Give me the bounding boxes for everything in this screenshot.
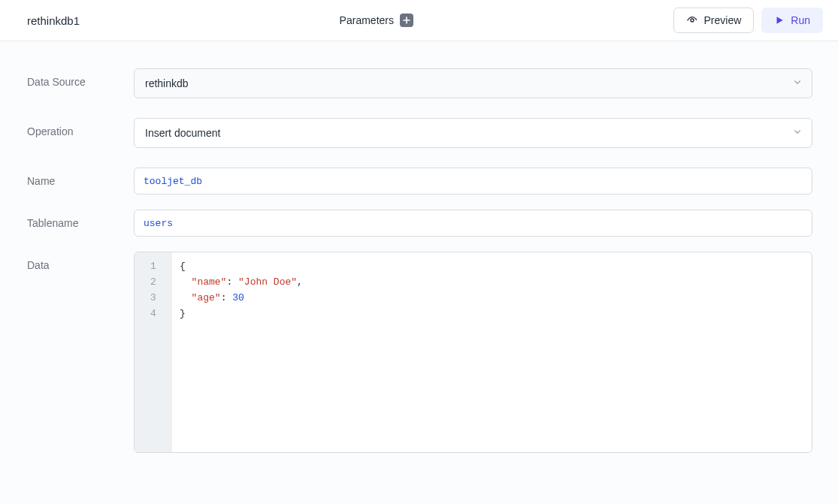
form-area: Data Source rethinkdb Operation Insert d… [0, 41, 838, 490]
data-code-editor[interactable]: 1234 { "name": "John Doe", "age": 30} [134, 252, 812, 453]
query-title[interactable]: rethinkdb1 [27, 14, 80, 27]
code-gutter: 1234 [135, 252, 172, 452]
preview-button[interactable]: Preview [673, 8, 755, 33]
row-operation: Operation Insert document [27, 118, 812, 148]
line-number: 3 [135, 290, 172, 306]
row-tablename: Tablename users [27, 210, 812, 237]
code-line[interactable]: { [180, 258, 804, 274]
label-data: Data [27, 252, 134, 271]
chevron-down-icon [792, 127, 803, 140]
run-button[interactable]: Run [761, 8, 823, 33]
code-line[interactable]: "age": 30 [180, 290, 804, 306]
plus-icon [403, 17, 410, 24]
line-number: 1 [135, 258, 172, 274]
row-data: Data 1234 { "name": "John Doe", "age": 3… [27, 252, 812, 453]
data-source-select[interactable]: rethinkdb [134, 68, 812, 98]
line-number: 4 [135, 306, 172, 321]
data-source-value: rethinkdb [145, 77, 189, 89]
play-icon [774, 15, 785, 26]
tablename-input[interactable]: users [134, 210, 812, 237]
header-bar: rethinkdb1 Parameters Preview Run [0, 0, 838, 41]
label-data-source: Data Source [27, 68, 134, 88]
label-tablename: Tablename [27, 210, 134, 229]
chevron-down-icon [792, 77, 803, 90]
tablename-value: users [144, 218, 173, 229]
header-actions: Preview Run [673, 8, 823, 33]
eye-icon [686, 14, 698, 26]
code-line[interactable]: } [180, 306, 804, 321]
svg-point-0 [691, 19, 694, 22]
name-value: tooljet_db [144, 176, 202, 187]
run-label: Run [791, 14, 810, 26]
label-operation: Operation [27, 118, 134, 137]
preview-label: Preview [704, 14, 742, 26]
name-input[interactable]: tooljet_db [134, 167, 812, 195]
operation-value: Insert document [145, 127, 220, 139]
header-center: Parameters [80, 14, 673, 27]
row-name: Name tooljet_db [27, 167, 812, 195]
code-body[interactable]: { "name": "John Doe", "age": 30} [172, 252, 812, 452]
row-data-source: Data Source rethinkdb [27, 68, 812, 98]
parameters-label: Parameters [340, 14, 394, 26]
code-line[interactable]: "name": "John Doe", [180, 274, 804, 290]
label-name: Name [27, 167, 134, 187]
add-parameter-button[interactable] [400, 14, 413, 27]
line-number: 2 [135, 274, 172, 290]
operation-select[interactable]: Insert document [134, 118, 812, 148]
